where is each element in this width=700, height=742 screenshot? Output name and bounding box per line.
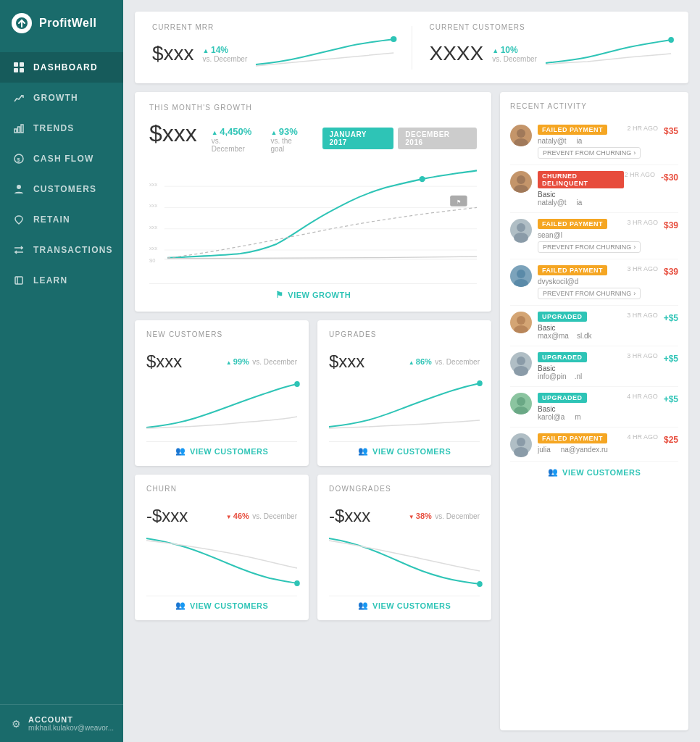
activity-info: FAILED PAYMENT 3 HR AGO dvyskocil@d PREV…: [538, 265, 658, 299]
svg-point-38: [514, 279, 528, 287]
churn-link[interactable]: 👥 VIEW CUSTOMERS: [146, 596, 297, 610]
churn-stats: 46% vs. December: [226, 509, 297, 522]
downgrades-value: -$xxx: [329, 506, 370, 526]
upgrades-vs: vs. December: [435, 358, 480, 366]
svg-rect-6: [18, 127, 20, 133]
gear-icon: ⚙: [12, 718, 21, 730]
mrr-value-row: $xxx 14% vs. December: [152, 36, 394, 72]
view-growth-link[interactable]: ⚑ VIEW GROWTH: [149, 283, 477, 300]
svg-point-41: [517, 357, 525, 365]
avatar: [510, 352, 532, 374]
customers-sparkline: [546, 36, 671, 72]
avatar: [510, 312, 532, 333]
svg-point-40: [514, 325, 528, 333]
svg-text:$: $: [17, 157, 21, 163]
activity-view-customers-link[interactable]: 👥 VIEW CUSTOMERS: [510, 462, 678, 477]
churn-value: -$xxx: [146, 506, 188, 526]
new-customers-card: NEW CUSTOMERS $xxx 99% vs. December 👥 VI…: [135, 320, 309, 466]
badge-jan[interactable]: JANUARY 2017: [322, 128, 394, 149]
learn-icon: [13, 275, 25, 286]
people-icon: 👥: [358, 601, 369, 610]
activity-badge: UPGRADED: [538, 312, 587, 322]
activity-info: FAILED PAYMENT 4 HR AGO julia na@yandex.…: [538, 433, 658, 454]
flag-icon: ⚑: [275, 290, 284, 300]
svg-rect-1: [14, 62, 18, 67]
upgrades-link[interactable]: 👥 VIEW CUSTOMERS: [329, 441, 480, 456]
sidebar-item-trends[interactable]: TRENDS: [0, 113, 123, 143]
badge-dec[interactable]: DECEMBER 2016: [398, 128, 477, 149]
growth-change1: 4,450% vs. December: [212, 126, 257, 153]
middle-row: THIS MONTH'S GROWTH $xxx 4,450% vs. Dece…: [135, 92, 688, 730]
activity-badge: FAILED PAYMENT: [538, 219, 607, 229]
svg-point-34: [514, 185, 528, 193]
activity-badge: FAILED PAYMENT: [538, 125, 607, 135]
customers-change-vs: vs. December: [492, 55, 537, 63]
svg-point-37: [517, 270, 525, 278]
svg-point-46: [514, 447, 528, 457]
sidebar-item-growth[interactable]: GROWTH: [0, 83, 123, 113]
sidebar-item-cashflow[interactable]: $ CASH FLOW: [0, 143, 123, 174]
dashboard-icon: [13, 62, 25, 73]
svg-point-35: [517, 223, 525, 232]
svg-text:⚑: ⚑: [457, 199, 461, 204]
downgrades-link[interactable]: 👥 VIEW CUSTOMERS: [329, 596, 480, 610]
main-content: CURRENT MRR $xxx 14% vs. December CURREN: [123, 0, 700, 742]
svg-rect-7: [21, 125, 23, 133]
new-customers-link[interactable]: 👥 VIEW CUSTOMERS: [146, 441, 297, 456]
new-customers-link-label: VIEW CUSTOMERS: [190, 447, 268, 456]
activity-badge: FAILED PAYMENT: [538, 433, 607, 443]
sidebar-item-transactions[interactable]: TRANSACTIONS: [0, 235, 123, 265]
retain-icon: [13, 214, 25, 225]
activity-info: UPGRADED 3 HR AGO Basic max@ma sl.dk: [538, 312, 658, 340]
upgrades-title: UPGRADES: [329, 330, 480, 338]
svg-text:xxx: xxx: [149, 245, 158, 251]
activity-email: karol@a m: [538, 413, 658, 421]
customers-change-pct: 10%: [492, 45, 537, 55]
account-label: ACCOUNT: [28, 715, 114, 724]
svg-point-42: [514, 366, 528, 376]
growth-label: GROWTH: [33, 93, 78, 103]
new-customers-vs: vs. December: [252, 358, 297, 366]
activity-info: UPGRADED 3 HR AGO Basic info@pin .nl: [538, 352, 658, 380]
churn-vs: vs. December: [252, 512, 297, 520]
sidebar-item-learn[interactable]: LEARN: [0, 265, 123, 296]
activity-item: UPGRADED 4 HR AGO Basic karol@a m +$5: [510, 387, 678, 428]
activity-amount: +$5: [664, 354, 678, 364]
sidebar-item-retain[interactable]: RETAIN: [0, 204, 123, 235]
customers-label: CURRENT CUSTOMERS: [430, 23, 672, 31]
activity-badge: UPGRADED: [538, 352, 587, 362]
growth-title: THIS MONTH'S GROWTH: [149, 104, 477, 112]
retain-label: RETAIN: [33, 214, 70, 225]
period-badges: JANUARY 2017 DECEMBER 2016: [322, 128, 477, 149]
downgrades-card: DOWNGRADES -$xxx 38% vs. December 👥 VIEW…: [317, 475, 491, 620]
prevent-churn-button[interactable]: PREVENT FROM CHURNING: [538, 288, 641, 299]
avatar: [510, 265, 532, 287]
prevent-churn-button[interactable]: PREVENT FROM CHURNING: [538, 147, 641, 159]
activity-plan: Basic: [538, 324, 658, 332]
svg-point-27: [294, 381, 300, 387]
churn-card: CHURN -$xxx 46% vs. December 👥 VIEW CUST…: [135, 475, 309, 620]
activity-info: FAILED PAYMENT 2 HR AGO nataly@t ia PREV…: [538, 125, 658, 159]
customers-label: CUSTOMERS: [33, 184, 96, 194]
cashflow-label: CASH FLOW: [33, 154, 93, 164]
prevent-churn-button[interactable]: PREVENT FROM CHURNING: [538, 241, 641, 253]
new-customers-stats: 99% vs. December: [226, 354, 297, 367]
growth-icon: [13, 92, 25, 104]
activity-time: 4 HR AGO: [627, 433, 658, 441]
downgrades-stats: 38% vs. December: [409, 509, 480, 522]
customers-icon: [13, 183, 25, 195]
account-row[interactable]: ⚙ ACCOUNT mikhail.kulakov@weavor...: [12, 715, 112, 732]
churn-header: -$xxx 46% vs. December: [146, 501, 297, 529]
sidebar-item-dashboard[interactable]: DASHBOARD: [0, 52, 123, 83]
activity-email: nataly@t ia: [538, 199, 655, 207]
activity-item: FAILED PAYMENT 3 HR AGO sean@l PREVENT F…: [510, 213, 678, 259]
activity-plan: Basic: [538, 405, 658, 413]
svg-text:$0: $0: [149, 257, 155, 264]
svg-text:xxx: xxx: [149, 202, 158, 209]
activity-item: CHURNED DELINQUENT 2 HR AGO Basic nataly…: [510, 165, 678, 213]
growth-pct2: 93%: [270, 126, 307, 137]
people-icon: 👥: [175, 446, 186, 456]
avatar: [510, 219, 532, 241]
mrr-change-pct: 14%: [203, 45, 248, 55]
sidebar-item-customers[interactable]: CUSTOMERS: [0, 174, 123, 204]
